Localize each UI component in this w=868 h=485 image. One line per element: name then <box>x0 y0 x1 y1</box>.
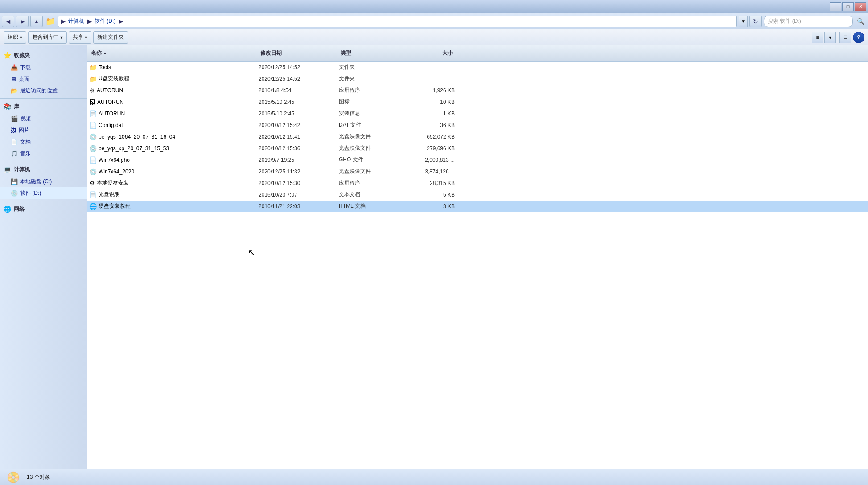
sidebar-item-drive-d[interactable]: 💿 软件 (D:) <box>0 187 87 199</box>
file-date-1: 2020/12/25 14:52 <box>259 76 339 82</box>
newfolder-button[interactable]: 新建文件夹 <box>93 31 128 44</box>
sidebar-item-video[interactable]: 🎬 视频 <box>0 113 87 124</box>
sidebar-item-doc[interactable]: 📄 文档 <box>0 136 87 148</box>
help-button[interactable]: ? <box>853 32 864 43</box>
address-bar[interactable]: ▶ 计算机 ▶ 软件 (D:) ▶ <box>58 16 737 27</box>
organize-button[interactable]: 组织 ▾ <box>4 31 26 44</box>
table-row[interactable]: 📄 AUTORUN 2015/5/10 2:45 安装信息 1 KB <box>87 108 868 119</box>
sidebar: ⭐ 收藏夹 📥 下载 🖥 桌面 📂 最近访问的位置 📚 库 <box>0 45 87 469</box>
file-date-3: 2015/5/10 2:45 <box>259 99 339 105</box>
music-label: 音乐 <box>20 150 31 157</box>
col-header-size[interactable]: 大小 <box>401 45 455 61</box>
file-date-12: 2016/11/21 22:03 <box>259 203 339 210</box>
file-type-7: 光盘映像文件 <box>339 144 401 152</box>
file-size-9: 3,874,126 ... <box>401 169 455 175</box>
address-drive-d[interactable]: 软件 (D:) <box>93 17 117 25</box>
file-date-8: 2019/9/7 19:25 <box>259 157 339 163</box>
sidebar-item-desktop[interactable]: 🖥 桌面 <box>0 73 87 85</box>
organize-dropdown-icon: ▾ <box>20 34 22 41</box>
up-button[interactable]: ▲ <box>30 16 43 27</box>
library-header[interactable]: 📚 库 <box>0 100 87 113</box>
newfolder-label: 新建文件夹 <box>97 33 124 41</box>
view-buttons: ≡ ▾ <box>812 32 836 43</box>
close-button[interactable]: ✕ <box>855 2 866 11</box>
main-container: ⭐ 收藏夹 📥 下载 🖥 桌面 📂 最近访问的位置 📚 库 <box>0 45 868 469</box>
file-type-5: DAT 文件 <box>339 121 401 129</box>
share-button[interactable]: 共享 ▾ <box>69 31 91 44</box>
table-row[interactable]: ⚙ 本地硬盘安装 2020/10/12 15:30 应用程序 28,315 KB <box>87 177 868 189</box>
view-dropdown-button[interactable]: ▾ <box>824 32 836 43</box>
table-row[interactable]: 📄 Win7x64.gho 2019/9/7 19:25 GHO 文件 2,90… <box>87 154 868 166</box>
file-icon-10: ⚙ <box>89 180 95 187</box>
sidebar-item-image[interactable]: 🖼 图片 <box>0 124 87 136</box>
file-date-4: 2015/5/10 2:45 <box>259 111 339 117</box>
col-name-label: 名称 <box>91 49 102 57</box>
file-size-8: 2,900,813 ... <box>401 157 455 163</box>
column-headers: 名称 ▲ 修改日期 类型 大小 <box>87 45 868 62</box>
table-row[interactable]: 📁 Tools 2020/12/25 14:52 文件夹 <box>87 62 868 73</box>
file-date-7: 2020/10/12 15:36 <box>259 145 339 152</box>
divider-3 <box>0 201 87 201</box>
sidebar-item-drive-c[interactable]: 💾 本地磁盘 (C:) <box>0 176 87 187</box>
table-row[interactable]: 📁 U盘安装教程 2020/12/25 14:52 文件夹 <box>87 73 868 85</box>
file-date-9: 2020/12/25 11:32 <box>259 169 339 175</box>
minimize-button[interactable]: ─ <box>830 2 841 11</box>
status-icon: 📀 <box>5 470 21 485</box>
file-name-1: U盘安装教程 <box>99 75 129 82</box>
file-type-4: 安装信息 <box>339 110 401 117</box>
preview-pane-button[interactable]: ⊟ <box>839 32 851 43</box>
favorites-section: ⭐ 收藏夹 📥 下载 🖥 桌面 📂 最近访问的位置 <box>0 49 87 96</box>
address-dropdown[interactable]: ▼ <box>739 16 748 27</box>
file-type-11: 文本文档 <box>339 191 401 198</box>
view-toggle-button[interactable]: ≡ <box>812 32 823 43</box>
table-row[interactable]: ⚙ AUTORUN 2016/1/8 4:54 应用程序 1,926 KB <box>87 85 868 96</box>
network-header[interactable]: 🌐 网络 <box>0 203 87 215</box>
sidebar-item-music[interactable]: 🎵 音乐 <box>0 148 87 159</box>
forward-button[interactable]: ▶ <box>16 16 29 27</box>
sidebar-item-recent[interactable]: 📂 最近访问的位置 <box>0 85 87 96</box>
table-row[interactable]: 🖼 AUTORUN 2015/5/10 2:45 图标 10 KB <box>87 96 868 108</box>
table-row[interactable]: 📄 Config.dat 2020/10/12 15:42 DAT 文件 36 … <box>87 119 868 131</box>
search-box[interactable]: 搜索 软件 (D:) <box>764 16 853 27</box>
maximize-button[interactable]: □ <box>842 2 854 11</box>
address-separator-1: ▶ <box>61 18 65 25</box>
file-type-10: 应用程序 <box>339 179 401 187</box>
computer-header[interactable]: 💻 计算机 <box>0 163 87 176</box>
file-date-2: 2016/1/8 4:54 <box>259 87 339 94</box>
table-row[interactable]: 🌐 硬盘安装教程 2016/11/21 22:03 HTML 文档 3 KB <box>87 201 868 212</box>
file-size-5: 36 KB <box>401 122 455 128</box>
search-button[interactable]: 🔍 <box>855 16 866 27</box>
doc-label: 文档 <box>20 138 31 146</box>
library-section: 📚 库 🎬 视频 🖼 图片 📄 文档 🎵 音乐 <box>0 100 87 159</box>
file-icon-6: 💿 <box>89 133 97 140</box>
table-row[interactable]: 💿 Win7x64_2020 2020/12/25 11:32 光盘映像文件 3… <box>87 166 868 177</box>
computer-section: 💻 计算机 💾 本地磁盘 (C:) 💿 软件 (D:) <box>0 163 87 199</box>
file-size-7: 279,696 KB <box>401 145 455 152</box>
network-icon: 🌐 <box>4 206 11 213</box>
recent-icon: 📂 <box>11 87 18 94</box>
col-header-type[interactable]: 类型 <box>339 45 401 61</box>
sidebar-item-download[interactable]: 📥 下载 <box>0 62 87 73</box>
organize-label: 组织 <box>8 33 18 41</box>
file-icon-3: 🖼 <box>89 99 95 106</box>
address-computer[interactable]: 计算机 <box>67 17 86 25</box>
back-button[interactable]: ◀ <box>2 16 14 27</box>
table-row[interactable]: 💿 pe_yqs_1064_20_07_31_16_04 2020/10/12 … <box>87 131 868 143</box>
view-icon: ≡ <box>816 34 819 41</box>
folder-icon: 📁 <box>45 16 55 26</box>
file-type-3: 图标 <box>339 98 401 106</box>
table-row[interactable]: 💿 pe_yqs_xp_20_07_31_15_53 2020/10/12 15… <box>87 143 868 154</box>
col-header-date[interactable]: 修改日期 <box>259 45 339 61</box>
file-icon-12: 🌐 <box>89 203 97 210</box>
includelib-button[interactable]: 包含到库中 ▾ <box>28 31 67 44</box>
address-separator-2: ▶ <box>87 18 91 25</box>
file-type-8: GHO 文件 <box>339 156 401 164</box>
table-row[interactable]: 📄 光盘说明 2016/10/23 7:07 文本文档 5 KB <box>87 189 868 201</box>
favorites-header[interactable]: ⭐ 收藏夹 <box>0 49 87 62</box>
file-name-3: AUTORUN <box>97 99 123 105</box>
col-header-name[interactable]: 名称 ▲ <box>89 45 259 61</box>
music-icon: 🎵 <box>11 150 18 157</box>
file-type-2: 应用程序 <box>339 86 401 94</box>
refresh-button[interactable]: ↻ <box>749 16 762 27</box>
file-type-9: 光盘映像文件 <box>339 168 401 175</box>
